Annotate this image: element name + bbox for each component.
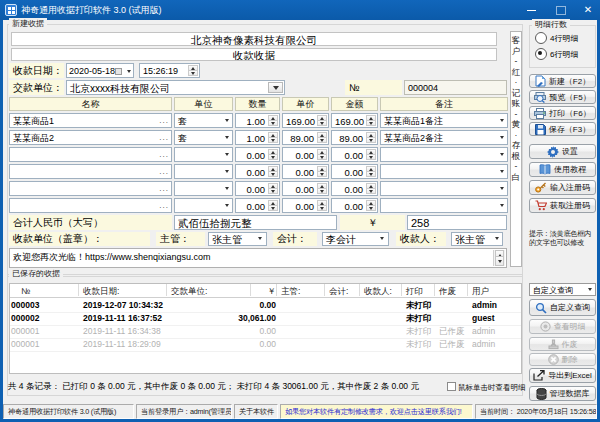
detail-remark-combo[interactable]: 某某商品1备注 [380,113,508,128]
dropdown-icon[interactable] [500,187,504,190]
payee-dropdown-icon[interactable] [495,237,499,240]
accountant-dropdown-icon[interactable] [380,237,384,240]
dropdown-icon[interactable] [500,136,504,139]
action-button[interactable]: 使用教程 [529,162,596,177]
detail-name-cell[interactable]: ... [9,147,172,162]
close-button[interactable]: ✕ [573,0,600,20]
detail-qty-cell[interactable]: 1.00 [235,113,280,128]
saved-receipt-row[interactable]: 0000012019-11-11 18:29:090.00未打印已作废admin [9,338,522,351]
dropdown-icon[interactable] [225,204,229,207]
query-type-dropdown[interactable]: 自定义查询 [529,283,596,296]
detail-remark-combo[interactable] [380,181,508,196]
manager-combo[interactable]: 张主管 [208,232,267,246]
detail-amount-cell[interactable]: 0.00 [331,181,378,196]
detail-qty-cell[interactable]: 0.00 [235,164,280,179]
time-spinner[interactable] [188,65,198,76]
spinner[interactable] [366,166,376,177]
detail-name-cell[interactable]: ... [9,181,172,196]
spinner[interactable] [366,200,376,211]
detail-amount-cell[interactable]: 169.00 [331,113,378,128]
scroll-down-icon[interactable] [495,256,504,266]
ellipsis-button[interactable]: ... [159,118,169,124]
detail-unit-combo[interactable] [174,147,233,162]
detail-remark-combo[interactable] [380,198,508,213]
detail-unit-combo[interactable] [174,164,233,179]
dropdown-icon[interactable] [500,153,504,156]
query-dropdown-icon[interactable] [588,288,592,291]
detail-remark-combo[interactable]: 某某商品2备注 [380,130,508,145]
detail-remark-combo[interactable] [380,147,508,162]
detail-amount-cell[interactable]: 0.00 [331,164,378,179]
action-button[interactable]: 预览（F5） [529,90,596,104]
spinner[interactable] [366,115,376,126]
spinner[interactable] [366,149,376,160]
payer-dropdown-button[interactable] [268,82,283,93]
spinner[interactable] [268,149,278,160]
detail-price-cell[interactable]: 0.00 [282,164,329,179]
dropdown-icon[interactable] [225,170,229,173]
spinner[interactable] [268,200,278,211]
detail-qty-cell[interactable]: 0.00 [235,198,280,213]
spinner[interactable] [317,149,327,160]
action-button[interactable]: 获取注册码 [529,198,596,213]
dropdown-icon[interactable] [225,136,229,139]
detail-amount-cell[interactable]: 0.00 [331,147,378,162]
spinner[interactable] [268,115,278,126]
action-button[interactable]: 输入注册码 [529,180,596,195]
ellipsis-button[interactable]: ... [159,135,169,141]
action-button[interactable]: 新建（F2） [529,74,596,88]
time-field[interactable]: 15:26:19 [139,63,200,78]
minimize-button[interactable] [516,0,546,20]
detail-name-cell[interactable]: 某某商品1... [9,113,172,128]
status-segment[interactable]: 如果您对本软件有定制修改需求，欢迎点击这里联系我们! [280,404,473,419]
detail-price-cell[interactable]: 0.00 [282,147,329,162]
action-button[interactable]: 保存（F3） [529,122,596,136]
spinner[interactable] [317,200,327,211]
spinner[interactable] [317,183,327,194]
query-button[interactable]: 自定义查询 [529,299,596,316]
detail-price-cell[interactable]: 0.00 [282,181,329,196]
payee-combo[interactable]: 张主管 [451,232,503,246]
spinner[interactable] [268,183,278,194]
query-button[interactable]: 导出到Excel [529,368,596,383]
receipt-no-field[interactable]: 000004 [404,80,507,95]
detail-unit-combo[interactable]: 套 [174,130,233,145]
view-detail-checkbox[interactable] [447,382,456,391]
maximize-button[interactable] [546,0,576,20]
detail-price-cell[interactable]: 169.00 [282,113,329,128]
detail-name-cell[interactable]: ... [9,164,172,179]
company-name-field[interactable]: 北京神奇像素科技有限公司 [11,32,497,46]
action-button[interactable]: 设置 [529,144,596,159]
ellipsis-button[interactable]: ... [159,203,169,209]
radio-4-rows[interactable]: 4行明细 [535,32,578,44]
spinner[interactable] [317,132,327,143]
query-button[interactable]: 管理数据库 [529,386,596,401]
spinner[interactable] [366,132,376,143]
detail-unit-combo[interactable] [174,181,233,196]
saved-receipt-row[interactable]: 0000022019-11-11 16:37:5230,061.00未打印gue… [9,312,522,325]
saved-receipt-row[interactable]: 0000032019-12-07 10:34:320.00未打印admin [9,299,522,312]
spinner[interactable] [317,115,327,126]
detail-price-cell[interactable]: 0.00 [282,198,329,213]
dropdown-icon[interactable] [500,204,504,207]
payer-combo[interactable]: 北京xxxx科技有限公司 [66,80,285,95]
date-field[interactable]: 2020-05-18 [66,63,134,78]
welcome-scrollbar[interactable] [493,250,505,266]
manager-dropdown-icon[interactable] [258,237,262,240]
detail-unit-combo[interactable] [174,198,233,213]
detail-name-cell[interactable]: ... [9,198,172,213]
date-dropdown-icon[interactable] [127,70,131,73]
ellipsis-button[interactable]: ... [159,152,169,158]
detail-qty-cell[interactable]: 0.00 [235,181,280,196]
detail-remark-combo[interactable] [380,164,508,179]
action-button[interactable]: 打印（F6） [529,106,596,120]
dropdown-icon[interactable] [225,153,229,156]
detail-qty-cell[interactable]: 1.00 [235,130,280,145]
detail-price-cell[interactable]: 89.00 [282,130,329,145]
detail-name-cell[interactable]: 某某商品2... [9,130,172,145]
radio-6-rows[interactable]: 6行明细 [535,48,578,60]
dropdown-icon[interactable] [225,187,229,190]
total-amount-field[interactable]: 258 [407,215,507,230]
saved-receipt-row[interactable]: 0000012019-11-11 16:34:380.00未打印已作废admin [9,325,522,338]
spinner[interactable] [268,132,278,143]
